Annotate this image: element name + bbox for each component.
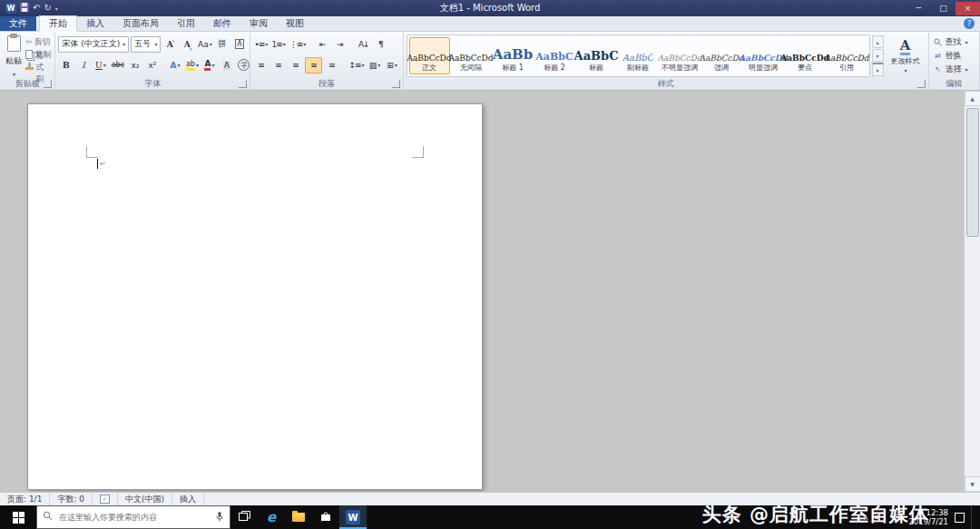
decrease-indent-button[interactable]: ⇤ [315,37,330,52]
format-painter-button[interactable]: 格式刷 [24,61,52,73]
italic-button[interactable]: I [75,58,91,73]
multilevel-list-button[interactable]: ⋮≡▾ [289,37,308,52]
strikethrough-button[interactable]: abc [110,58,125,73]
shrink-font-button[interactable]: A▾ [180,37,195,52]
insert-mode-indicator[interactable]: 插入 [172,493,204,505]
grow-font-button[interactable]: A▴ [162,37,178,52]
repeat-icon[interactable]: ↻ [44,4,51,13]
shading-button[interactable]: ▨▾ [368,58,383,73]
select-button[interactable]: ↖ 选择 ▾ [932,64,976,76]
save-icon[interactable] [20,3,29,15]
font-size-select[interactable]: 五号 ▾ [131,36,161,53]
taskbar-search[interactable] [36,505,230,529]
style-heading-1[interactable]: AaBb 标题 1 [493,37,534,74]
notification-center-icon[interactable] [955,513,965,523]
minimize-button[interactable]: ─ [906,2,931,15]
align-right-button[interactable]: ≡ [288,58,303,73]
distribute-button[interactable]: ≡ [324,58,339,73]
clipboard-dialog-launcher[interactable] [44,80,52,88]
align-center-button[interactable]: ≡ [270,58,286,73]
tab-references[interactable]: 引用 [168,16,204,31]
show-marks-button[interactable]: ¶ [373,37,388,52]
tab-review[interactable]: 审阅 [240,16,277,31]
find-button[interactable]: 查找 ▾ [932,36,976,49]
style-normal[interactable]: AaBbCcDd 正文 [409,37,450,74]
font-color-button[interactable]: A▾ [201,58,217,73]
sort-button[interactable]: A↓ [356,37,371,52]
change-styles-button[interactable]: A 更改样式 ▾ [886,34,926,78]
paste-icon [7,35,21,52]
font-name-select[interactable]: 宋体 (中文正文) ▾ [58,36,129,53]
highlight-button[interactable]: ab▾ [184,58,200,73]
show-desktop-button[interactable] [971,505,975,529]
styles-scroll-up-button[interactable]: ▴ [872,35,884,48]
language-indicator[interactable]: 中文(中国) [118,493,172,505]
character-border-button[interactable]: A [231,37,247,52]
paste-button[interactable]: 粘贴 ▾ [3,34,24,78]
start-button[interactable] [0,505,36,529]
style-strong[interactable]: AaBbCcDd 要点 [785,37,826,74]
style-no-spacing[interactable]: AaBbCcDd 无间隔 [451,37,492,74]
store-button[interactable] [312,505,339,529]
tab-mailings[interactable]: 邮件 [204,16,240,31]
enclose-characters-button[interactable]: 字 [236,58,251,73]
help-icon[interactable]: ? [964,18,975,29]
styles-dialog-launcher[interactable] [917,80,926,88]
styles-more-button[interactable]: ▾ [872,63,884,76]
style-intense-emphasis[interactable]: AaBbCcDd 明显强调 [743,37,784,74]
file-explorer-button[interactable] [285,505,312,529]
task-view-button[interactable] [230,505,258,529]
justify-button[interactable]: ≡ [305,57,322,73]
cut-button[interactable]: ✂ 剪切 [24,35,52,48]
style-subtle-emphasis[interactable]: AaBbCcDd 不明显强调 [660,37,701,74]
tab-page-layout[interactable]: 页面布局 [113,16,168,31]
align-left-button[interactable]: ≡ [253,58,269,73]
qat-dropdown-icon[interactable]: ▾ [55,5,58,12]
style-quote[interactable]: AaBbCcDd 引用 [827,37,867,74]
phonetic-guide-button[interactable]: 拼 [214,37,230,52]
style-subtitle[interactable]: AaBbC 副标题 [618,37,659,74]
numbering-button[interactable]: 1≡▾ [270,37,286,52]
tab-insert[interactable]: 插入 [77,16,113,31]
style-title[interactable]: AaBbC 标题 [576,37,617,74]
styles-scroll-down-button[interactable]: ▾ [872,49,884,62]
paragraph-dialog-launcher[interactable] [392,80,400,88]
word-taskbar-button[interactable]: W [339,505,367,529]
word-count-indicator[interactable]: 字数: 0 [50,493,93,505]
tab-home[interactable]: 开始 [39,15,77,32]
scroll-down-button[interactable]: ▼ [965,476,980,492]
replace-button[interactable]: ⇄ 替换 [932,50,976,63]
bullets-button[interactable]: •≡▾ [253,37,269,52]
increase-indent-button[interactable]: ⇥ [332,37,348,52]
word-app-icon[interactable]: W [5,3,16,14]
microphone-icon[interactable] [215,511,224,524]
proofing-status[interactable]: ✓ [93,493,118,505]
text-effects-button[interactable]: A▾ [167,58,182,73]
font-dialog-launcher[interactable] [239,80,247,88]
vertical-scrollbar[interactable]: ▲ ▼ ▲ ▼ [964,91,980,492]
edge-button[interactable]: e [258,505,285,529]
multilevel-list-icon: ⋮≡ [289,40,303,49]
subscript-button[interactable]: x₂ [127,58,142,73]
change-case-button[interactable]: Aa▾ [197,37,212,52]
superscript-button[interactable]: x² [144,58,160,73]
paste-dropdown-icon[interactable]: ▾ [13,71,15,77]
scrollbar-thumb[interactable] [966,108,979,237]
character-shading-button[interactable]: A [219,58,234,73]
style-heading-2[interactable]: AaBbC 标题 2 [534,37,575,74]
maximize-button[interactable]: □ [931,2,956,15]
document-page[interactable]: ↵ [27,103,483,490]
close-button[interactable]: × [956,2,980,15]
bold-button[interactable]: B [58,58,74,73]
borders-button[interactable]: ⊞▾ [385,58,400,73]
page-indicator[interactable]: 页面: 1/1 [0,493,50,505]
search-input[interactable] [57,512,211,523]
tab-file[interactable]: 文件 [0,16,36,31]
undo-icon[interactable]: ↶ [33,4,40,13]
underline-button[interactable]: U▾ [93,58,108,73]
line-spacing-button[interactable]: ↕≡▾ [348,58,365,73]
scroll-up-button[interactable]: ▲ [965,91,980,106]
tab-view[interactable]: 视图 [277,16,313,31]
replace-icon: ⇄ [934,52,943,60]
style-emphasis[interactable]: AaBbCcDd 强调 [701,37,742,74]
